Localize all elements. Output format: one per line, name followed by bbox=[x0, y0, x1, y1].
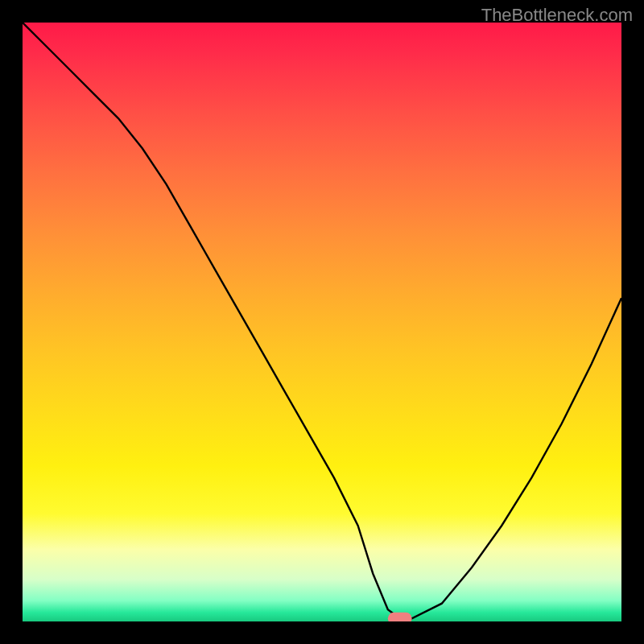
bottleneck-chart bbox=[0, 0, 644, 644]
watermark-text: TheBottleneck.com bbox=[481, 5, 633, 26]
chart-frame: TheBottleneck.com bbox=[0, 0, 644, 644]
